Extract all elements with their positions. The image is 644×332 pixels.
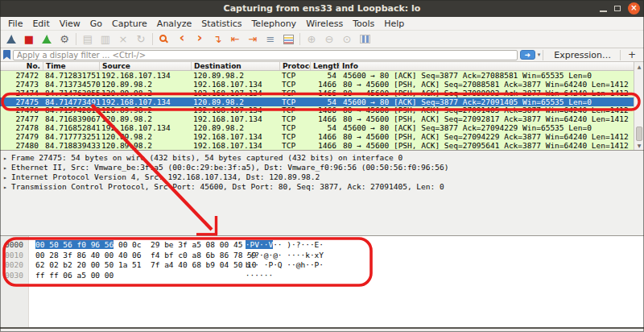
cell-no: 27476 (0, 106, 43, 114)
hex-bytes: 00 50 56 f0 96 56 00 0c 29 be 3f a5 08 0… (29, 240, 246, 251)
menu-view[interactable]: View (55, 17, 85, 30)
detail-line[interactable]: ▸Internet Protocol Version 4, Src: 192.1… (0, 172, 644, 182)
hex-ascii-rest: ·(?·@·@· ····k·xY (246, 251, 324, 259)
first-packet-button[interactable]: ⇤ (226, 31, 244, 47)
hex-row[interactable]: 0030ff ff 06 a5 00 00······ (0, 271, 644, 281)
zoom-out-icon: ⊖ (325, 34, 334, 44)
apply-filter-button[interactable]: ➜ (520, 50, 535, 60)
menu-help[interactable]: Help (379, 17, 409, 30)
detail-line[interactable]: ▸Ethernet II, Src: Vmware_be:3f:a5 (00:0… (0, 163, 644, 172)
scroll-down-icon[interactable]: ▼ (638, 143, 642, 148)
capture-options-button[interactable]: ⚙ (56, 31, 73, 47)
menu-capture[interactable]: Capture (107, 17, 152, 30)
detail-text: Frame 27475: 54 bytes on wire (432 bits)… (11, 153, 402, 162)
column-header-destination[interactable]: Destination (192, 62, 280, 70)
expand-caret-icon[interactable]: ▸ (3, 173, 11, 182)
bookmark-icon[interactable] (3, 50, 10, 60)
colorize-button[interactable] (279, 31, 297, 47)
cell-destination: 192.168.107.134 (192, 114, 280, 123)
detail-line[interactable]: ▸Transmission Control Protocol, Src Port… (0, 182, 644, 192)
cell-length: 1466 (311, 141, 340, 150)
packet-list-scrollbar[interactable]: ▲ ▼ (634, 62, 644, 150)
menu-telephony[interactable]: Telephony (247, 17, 302, 30)
go-to-packet-button[interactable]: ↴ (208, 31, 226, 47)
cell-destination: 192.168.107.134 (192, 141, 280, 150)
menu-analyze[interactable]: Analyze (152, 17, 196, 30)
detail-line[interactable]: ▸Frame 27475: 54 bytes on wire (432 bits… (0, 153, 644, 163)
next-packet-button[interactable]: › (191, 31, 208, 47)
column-header-protocol[interactable]: Protocol (280, 62, 311, 70)
cell-destination: 192.168.107.134 (192, 132, 280, 141)
cell-time: 84.714773491 (43, 98, 100, 106)
menu-file[interactable]: File (3, 17, 27, 30)
minimize-icon[interactable] (600, 10, 607, 12)
cell-time: 84.712831751 (43, 71, 100, 80)
menu-go[interactable]: Go (85, 17, 107, 30)
menubar: FileEditViewGoCaptureAnalyzeStatisticsTe… (0, 17, 644, 31)
filter-dropdown-caret-icon[interactable]: ▾ (538, 52, 541, 58)
cell-destination: 120.89.98.2 (192, 123, 280, 132)
scroll-up-icon[interactable]: ▲ (638, 64, 642, 69)
cell-no: 27479 (0, 132, 43, 141)
menu-edit[interactable]: Edit (27, 17, 54, 30)
cell-protocol: TCP (280, 98, 311, 106)
packet-row-selected[interactable]: 2747584.714773491192.168.107.134120.89.9… (0, 98, 644, 106)
stop-capture-button[interactable]: ■ (20, 31, 38, 47)
auto-scroll-button[interactable]: ≡ (262, 31, 279, 47)
cell-info: 80 → 45600 [PSH, ACK] Seq=27089993 Ack=3… (340, 89, 644, 98)
packet-row[interactable]: 2747484.714763855120.89.98.2192.168.107.… (0, 89, 644, 98)
menu-statistics[interactable]: Statistics (196, 17, 246, 30)
expression-button[interactable]: Expression… (546, 50, 617, 60)
find-packet-button[interactable] (155, 31, 173, 47)
column-header-source[interactable]: Source (100, 62, 192, 70)
expand-caret-icon[interactable]: ▸ (3, 164, 11, 172)
cell-protocol: TCP (280, 80, 311, 89)
toolbar-separator (299, 33, 300, 45)
packet-row[interactable]: 2747884.716852841192.168.107.134120.89.9… (0, 123, 644, 132)
reload-icon: ↻ (137, 34, 146, 44)
cell-no: 27478 (0, 123, 43, 132)
restart-capture-button[interactable] (38, 31, 56, 47)
column-header-time[interactable]: Time (43, 62, 100, 70)
column-header-info[interactable]: Info (340, 62, 644, 70)
resize-columns-button (356, 31, 374, 47)
hex-ascii-rest: ······ (246, 271, 273, 280)
scrollbar-thumb[interactable] (636, 127, 642, 141)
hex-row[interactable]: 001000 28 3f 86 40 00 40 06 f4 bf c0 a8 … (0, 251, 644, 261)
cell-protocol: TCP (280, 132, 311, 141)
close-file-icon: × (119, 34, 128, 44)
cell-source: 192.168.107.134 (100, 71, 192, 80)
hex-ascii-selected: ·PV··V (246, 240, 273, 249)
hex-bytes-selected: 00 50 56 f0 96 56 (35, 240, 114, 249)
expand-caret-icon[interactable]: ▸ (3, 183, 11, 192)
restore-icon[interactable] (614, 6, 621, 11)
cell-source: 120.89.98.2 (100, 132, 192, 141)
start-capture-button[interactable] (2, 31, 20, 47)
packet-row[interactable]: 2747284.712831751192.168.107.134120.89.9… (0, 71, 644, 80)
cell-length: 54 (311, 71, 340, 80)
packet-row[interactable]: 2747684.715742013120.89.98.2192.168.107.… (0, 106, 644, 115)
column-header-length[interactable]: Length (311, 62, 340, 70)
cell-source: 192.168.107.134 (100, 98, 192, 106)
toolbar-separator (152, 33, 153, 45)
close-icon[interactable]: × (628, 2, 640, 15)
packet-row[interactable]: 2747384.713734570120.89.98.2192.168.107.… (0, 80, 644, 89)
add-filter-button[interactable]: + (623, 49, 641, 60)
packet-row[interactable]: 2748084.718839433120.89.98.2192.168.107.… (0, 141, 644, 150)
hex-row[interactable]: 002062 02 b2 20 00 50 1a 51 7f a4 40 68 … (0, 260, 644, 271)
cell-destination: 120.89.98.2 (192, 98, 280, 106)
expand-caret-icon[interactable]: ▸ (3, 154, 11, 163)
hex-row[interactable]: 000000 50 56 f0 96 56 00 0c 29 be 3f a5 … (0, 240, 644, 251)
save-file-button: ▥ (97, 31, 114, 47)
column-header-no[interactable]: No. (0, 62, 43, 70)
packet-bytes-pane: 000000 50 56 f0 96 56 00 0c 29 be 3f a5 … (0, 235, 644, 327)
detail-text: Ethernet II, Src: Vmware_be:3f:a5 (00:0c… (11, 163, 448, 172)
packet-row[interactable]: 2747784.716839067120.89.98.2192.168.107.… (0, 114, 644, 123)
menu-wireless[interactable]: Wireless (301, 17, 348, 30)
display-filter-input[interactable] (13, 50, 518, 60)
menu-tools[interactable]: Tools (348, 17, 379, 30)
packet-row[interactable]: 2747984.717773251120.89.98.2192.168.107.… (0, 132, 644, 141)
hex-ascii: ·PV··V·· )·?···E· (246, 240, 324, 249)
last-packet-button[interactable]: ⇥ (244, 31, 262, 47)
previous-packet-button[interactable]: ‹ (173, 31, 191, 47)
